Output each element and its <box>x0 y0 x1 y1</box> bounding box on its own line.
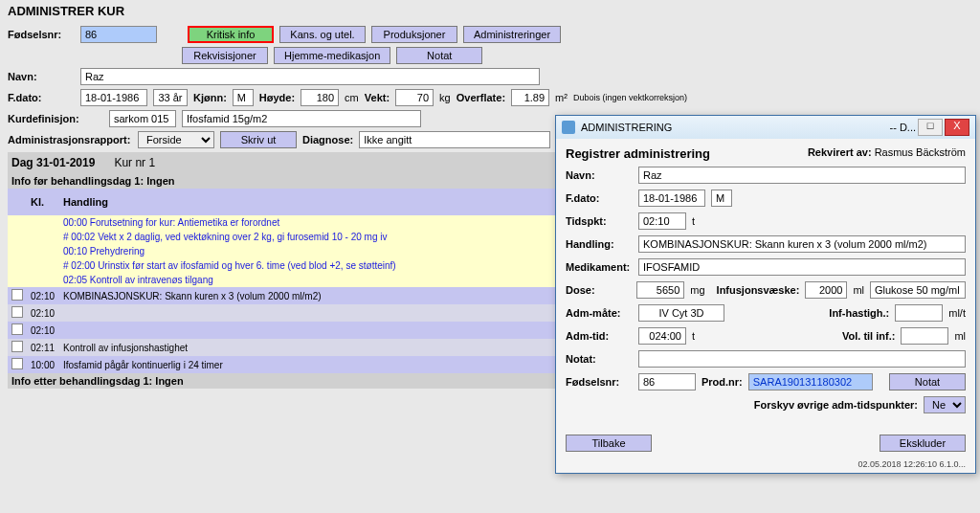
close-button[interactable]: X <box>945 119 969 136</box>
kurdef1-input[interactable] <box>109 110 176 127</box>
dlg-infhast-input[interactable] <box>895 304 943 322</box>
administrering-dialog: ADMINISTRERING -- D... □ X Registrer adm… <box>555 115 976 474</box>
dlg-fodselsnr-input[interactable] <box>638 373 696 390</box>
tilbake-button[interactable]: Tilbake <box>566 435 652 452</box>
fdato-label: F.dato: <box>8 92 75 103</box>
checkbox[interactable] <box>11 306 23 318</box>
dlg-handling-input[interactable] <box>638 235 966 253</box>
dlg-prodnr-input[interactable] <box>748 373 873 390</box>
administreringer-button[interactable]: Administreringer <box>463 26 561 43</box>
dlg-notat-button[interactable]: Notat <box>889 373 966 390</box>
dialog-icon <box>562 121 575 134</box>
col-handling: Handling <box>59 189 618 215</box>
checkbox[interactable] <box>11 323 23 335</box>
day-header: Dag 31-01-2019 <box>11 156 95 169</box>
kurdef2-input[interactable] <box>182 110 421 127</box>
col-kl: Kl. <box>27 189 59 215</box>
dlg-navn-input[interactable] <box>638 167 966 184</box>
dlg-infv-type-input[interactable] <box>870 281 966 299</box>
kjonn-input[interactable] <box>233 89 254 106</box>
checkbox[interactable] <box>11 289 23 301</box>
skrivut-button[interactable]: Skriv ut <box>220 131 297 148</box>
dlg-medikament-input[interactable] <box>638 258 966 276</box>
admrapport-select[interactable]: Forside <box>138 131 214 148</box>
dlg-notat-input[interactable] <box>638 350 966 368</box>
rekvisisjoner-button[interactable]: Rekvisisjoner <box>182 47 268 64</box>
dlg-admmate-input[interactable] <box>638 304 724 322</box>
overflate-input[interactable] <box>511 89 549 106</box>
dialog-title-text: ADMINISTRERING <box>581 122 672 133</box>
kans-utel-button[interactable]: Kans. og utel. <box>279 26 366 43</box>
produksjoner-button[interactable]: Produksjoner <box>371 26 457 43</box>
hjemme-medikasjon-button[interactable]: Hjemme-medikasjon <box>274 47 390 64</box>
navn-input[interactable] <box>80 68 540 85</box>
dlg-tidspkt-input[interactable] <box>638 212 686 230</box>
notat-button[interactable]: Notat <box>396 47 482 64</box>
admrapport-label: Administrasjonsrapport: <box>8 134 132 145</box>
dialog-footer-timestamp: 02.05.2018 12:26:10 6.1.0... <box>556 459 975 473</box>
kritisk-info-button[interactable]: Kritisk info <box>188 26 274 43</box>
page-title: ADMINISTRER KUR <box>8 4 972 18</box>
vekt-input[interactable] <box>395 89 434 106</box>
dlg-admtid-input[interactable] <box>638 327 686 345</box>
dlg-fdato-input[interactable] <box>638 190 705 207</box>
fodselsnr-label: Fødselsnr: <box>8 29 75 40</box>
dlg-infv-ml-input[interactable] <box>805 281 847 299</box>
kjonn-label: Kjønn: <box>193 92 227 103</box>
fodselsnr-input[interactable] <box>80 26 157 43</box>
ekskluder-button[interactable]: Ekskluder <box>880 435 966 452</box>
vekt-label: Vekt: <box>365 92 390 103</box>
dubois-note: Dubois (ingen vektkorreksjon) <box>573 93 687 102</box>
hoyde-input[interactable] <box>301 89 339 106</box>
kurdef-label: Kurdefinisjon: <box>8 113 103 124</box>
dlg-dose-input[interactable] <box>636 281 684 299</box>
fdato-input[interactable] <box>80 89 147 106</box>
dialog-heading: Registrer administrering <box>566 146 710 161</box>
dlg-forskyv-select[interactable]: Nei <box>924 396 966 413</box>
diagnose-label: Diagnose: <box>302 134 353 145</box>
dlg-kjonn-input[interactable] <box>711 190 732 207</box>
hoyde-label: Høyde: <box>259 92 295 103</box>
overflate-label: Overflate: <box>457 92 505 103</box>
age-input <box>153 89 188 106</box>
maximize-button[interactable]: □ <box>918 119 943 136</box>
kurnr: Kur nr 1 <box>114 156 155 169</box>
navn-label: Navn: <box>8 71 75 82</box>
checkbox[interactable] <box>11 358 23 369</box>
diagnose-input[interactable] <box>359 131 550 148</box>
checkbox[interactable] <box>11 341 23 352</box>
dlg-voltil-input[interactable] <box>901 327 948 345</box>
